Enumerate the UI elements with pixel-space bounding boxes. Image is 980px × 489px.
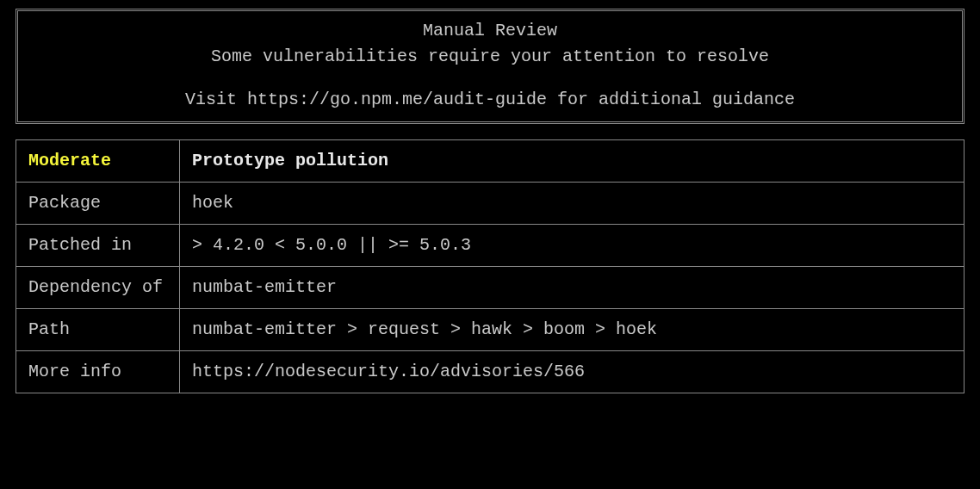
row-value: numbat-emitter > request > hawk > boom >… [180, 309, 964, 351]
table-row: Dependency ofnumbat-emitter [16, 267, 964, 309]
banner-title: Manual Review [28, 18, 952, 44]
table-row: Pathnumbat-emitter > request > hawk > bo… [16, 309, 964, 351]
row-label: Package [16, 183, 180, 225]
severity-label: Moderate [28, 151, 111, 170]
row-label: Path [16, 309, 180, 351]
row-value: > 4.2.0 < 5.0.0 || >= 5.0.3 [180, 225, 964, 267]
row-value: numbat-emitter [180, 267, 964, 309]
vulnerability-table: ModeratePrototype pollutionPackagehoekPa… [16, 139, 964, 393]
table-row: Packagehoek [16, 183, 964, 225]
table-row: ModeratePrototype pollution [16, 140, 964, 183]
table-row: More infohttps://nodesecurity.io/advisor… [16, 351, 964, 393]
vulnerability-title: Prototype pollution [192, 151, 388, 170]
table-row: Patched in> 4.2.0 < 5.0.0 || >= 5.0.3 [16, 225, 964, 267]
row-label: Patched in [16, 225, 180, 267]
banner-guide: Visit https://go.npm.me/audit-guide for … [28, 87, 952, 113]
row-value: https://nodesecurity.io/advisories/566 [180, 351, 964, 393]
row-label: More info [16, 351, 180, 393]
banner-subtitle: Some vulnerabilities require your attent… [28, 44, 952, 70]
manual-review-banner: Manual Review Some vulnerabilities requi… [16, 9, 964, 124]
row-value: hoek [180, 183, 964, 225]
row-label: Dependency of [16, 267, 180, 309]
